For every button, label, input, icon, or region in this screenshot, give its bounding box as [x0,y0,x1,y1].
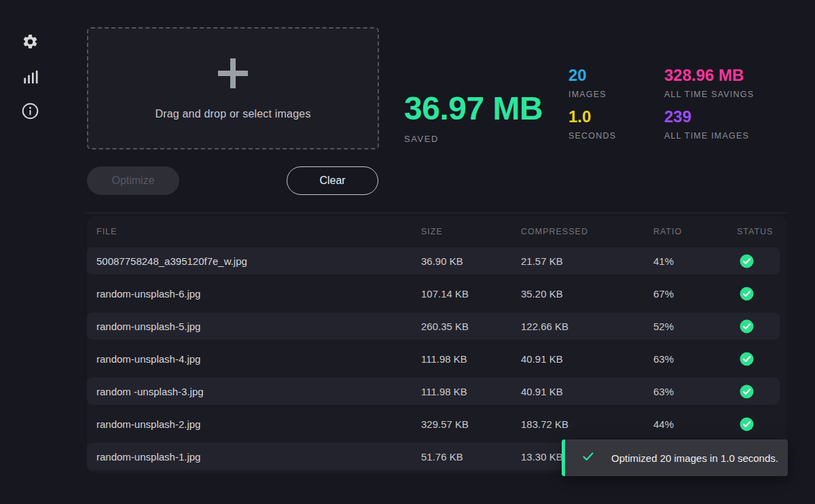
all-time-images-label: ALL TIME IMAGES [664,131,754,141]
all-time-savings-value: 328.96 MB [664,67,754,84]
status-cell [737,384,780,399]
file-cell: random-unsplash-6.jpg [96,288,421,300]
status-check-icon [740,254,754,268]
image-optimizer-app: Drag and drop or select images Optimize … [0,0,815,504]
all-time-savings-label: ALL TIME SAVINGS [664,90,754,99]
size-cell: 111.98 KB [421,386,521,397]
table-row: random-unsplash-2.jpg 329.57 KB 183.72 K… [87,410,780,437]
status-cell [737,287,780,301]
clear-button[interactable]: Clear [287,166,378,195]
size-cell: 329.57 KB [421,418,521,430]
file-cell: random -unsplash-3.jpg [96,386,421,397]
status-check-icon [740,384,754,399]
status-check-icon [740,352,754,366]
bar-chart-icon [22,68,39,85]
header-size: SIZE [421,227,521,236]
ratio-cell: 44% [653,418,737,430]
table-row: random-unsplash-6.jpg 107.14 KB 35.20 KB… [87,280,780,307]
ratio-cell: 41% [653,255,737,267]
size-cell: 260.35 KB [421,321,521,332]
table-row: random -unsplash-3.jpg 111.98 KB 40.91 K… [87,378,780,405]
compressed-cell: 40.91 KB [521,386,653,397]
results-table: FILE SIZE COMPRESSED RATIO STATUS 500877… [87,216,786,473]
ratio-cell: 63% [653,386,737,397]
status-check-icon [740,287,754,301]
toast-notification[interactable]: Optimized 20 images in 1.0 seconds. [562,439,788,476]
ratio-cell: 52% [653,321,737,332]
about-button[interactable] [21,102,39,120]
toast-message: Optimized 20 images in 1.0 seconds. [611,452,778,464]
toast-check-icon [581,450,595,466]
all-time-stats: 328.96 MB ALL TIME SAVINGS 239 ALL TIME … [664,67,754,150]
file-cell: random-unsplash-2.jpg [96,418,421,430]
compressed-cell: 122.66 KB [521,321,653,332]
images-count-label: IMAGES [568,90,616,99]
seconds-value: 1.0 [568,109,616,125]
table-row: 50087758248_a395120f7e_w.jpg 36.90 KB 21… [87,247,780,274]
header-ratio: RATIO [653,227,737,236]
info-icon [21,102,39,120]
compressed-cell: 183.72 KB [521,418,653,430]
compressed-cell: 21.57 KB [521,255,653,267]
compressed-cell: 35.20 KB [521,288,653,300]
seconds-label: SECONDS [568,131,616,141]
table-body: 50087758248_a395120f7e_w.jpg 36.90 KB 21… [87,247,786,470]
plus-icon [216,56,250,93]
table-row: random-unsplash-4.jpg 111.98 KB 40.91 KB… [87,345,780,372]
all-time-images-value: 239 [664,109,754,125]
images-count-value: 20 [568,67,616,84]
saved-stat: 36.97 MB SAVED [404,92,543,144]
compressed-cell: 40.91 KB [521,353,653,365]
gear-icon [22,33,39,50]
file-cell: 50087758248_a395120f7e_w.jpg [96,255,421,267]
session-stats: 20 IMAGES 1.0 SECONDS [568,67,616,150]
size-cell: 36.90 KB [421,255,521,267]
dropzone[interactable]: Drag and drop or select images [87,27,379,149]
header-file: FILE [96,227,421,236]
saved-value: 36.97 MB [404,92,543,125]
ratio-cell: 67% [653,288,737,300]
saved-label: SAVED [404,134,543,144]
header-status: STATUS [737,227,780,236]
dropzone-label: Drag and drop or select images [155,108,310,120]
optimize-button[interactable]: Optimize [87,166,179,195]
status-check-icon [740,319,754,334]
status-cell [737,417,780,431]
settings-button[interactable] [21,33,39,50]
table-row: random-unsplash-5.jpg 260.35 KB 122.66 K… [87,312,780,340]
sidebar [0,0,60,504]
file-cell: random-unsplash-4.jpg [96,353,421,365]
table-header: FILE SIZE COMPRESSED RATIO STATUS [87,216,780,247]
size-cell: 111.98 KB [421,353,521,365]
file-cell: random-unsplash-1.jpg [96,451,421,463]
size-cell: 107.14 KB [421,288,521,300]
header-compressed: COMPRESSED [521,227,653,236]
statistics-button[interactable] [21,67,39,85]
status-cell [737,319,780,334]
status-check-icon [740,417,754,431]
status-cell [737,254,780,268]
file-cell: random-unsplash-5.jpg [96,321,421,332]
divider [85,213,788,213]
size-cell: 51.76 KB [421,451,521,463]
ratio-cell: 63% [653,353,737,365]
status-cell [737,352,780,366]
